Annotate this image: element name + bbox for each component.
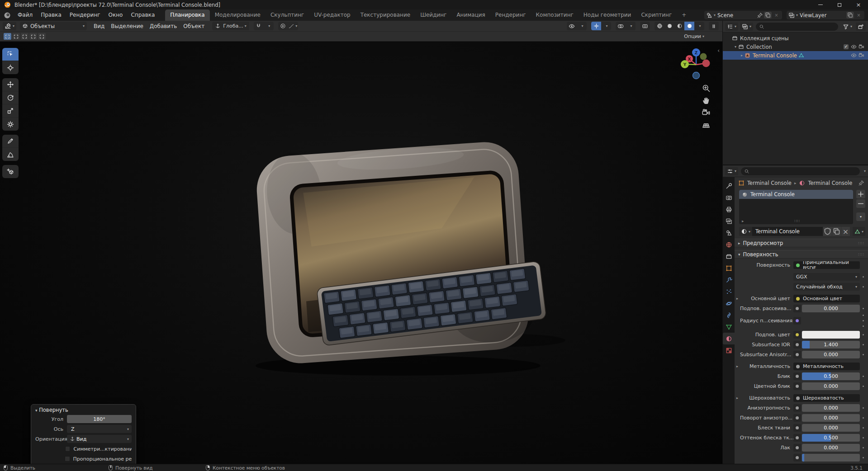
viewport-menu-Добавить[interactable]: Добавить [147,23,180,29]
tool-select-box[interactable] [2,48,19,61]
unlink-icon[interactable]: × [773,12,780,19]
xray-toggle[interactable] [640,22,650,30]
viewport-menu-Объект[interactable]: Объект [180,23,208,29]
value-slider[interactable]: 1.400 [802,341,860,349]
socket-button[interactable] [793,351,801,358]
copy-icon[interactable] [764,12,772,19]
workspace-tab-Рендеринг[interactable]: Рендеринг [490,9,531,21]
assign-dropdown[interactable]: ▾ [853,227,865,236]
mode-select[interactable]: Объекты ▾ [20,22,87,30]
socket-button[interactable] [793,424,801,432]
decorator-dot[interactable] [860,276,866,278]
editor-type-button[interactable]: ▾ [3,22,16,30]
decorator-dot[interactable] [860,386,866,387]
slot-grip[interactable]: ∷∷ [795,219,800,223]
workspace-tab-Моделирование[interactable]: Моделирование [210,9,266,21]
enum-dropdown[interactable]: GGX▾ [793,273,860,281]
tool-cursor[interactable] [2,61,19,74]
node-link-field[interactable]: Принципиальный BSDF [793,261,860,269]
properties-tab-physics[interactable] [723,297,735,309]
properties-tab-texture[interactable] [723,344,735,356]
material-name-field[interactable]: Terminal Console [752,227,823,236]
socket-button[interactable] [793,317,801,325]
remove-slot-button[interactable] [856,199,865,208]
material-slot-list[interactable]: Terminal Console ▸∷∷ [739,190,853,224]
outliner-search-input[interactable] [756,23,838,31]
properties-tab-object-data[interactable] [723,321,735,333]
new-collection-button[interactable] [856,23,866,31]
shading-dropdown[interactable]: ▾ [694,22,704,30]
decorator-dot[interactable] [860,334,866,335]
value-slider[interactable]: 0.000 [802,382,860,390]
viewport-menu-Вид[interactable]: Вид [90,23,108,29]
select-mode-set[interactable] [4,33,11,40]
select-mode-intersect[interactable] [38,33,46,40]
viewport-canvas[interactable]: Z X Y ‹ ▾ Повернуть Угол180°ОсьZ▾Ориента… [0,42,722,464]
viewlayer-selector[interactable]: ▾ ViewLayer × [787,11,864,19]
menubar-item-Правка[interactable]: Правка [37,9,66,21]
texture-link-field[interactable]: Шероховатость [793,394,860,402]
tool-measure[interactable] [2,148,19,161]
outliner-row-Collection[interactable]: ▾Collection✓ [723,42,868,51]
proportional-edit-controls[interactable]: ▾ [278,22,298,30]
socket-button[interactable] [793,382,801,390]
decorator-dot[interactable] [860,417,866,419]
shading-wireframe-button[interactable] [655,22,664,30]
unlink-material-button[interactable]: × [841,227,850,236]
socket-button[interactable] [793,444,801,452]
menubar-item-Справка[interactable]: Справка [127,9,159,21]
value-slider[interactable]: 0.500 [802,434,860,442]
value-slider[interactable]: 0.000 [802,414,860,422]
outliner-editor-type-button[interactable]: ▾ [725,23,738,31]
properties-tab-render[interactable] [723,192,735,203]
duplicate-material-button[interactable] [832,227,841,236]
properties-tab-constraints[interactable] [723,309,735,321]
socket-button[interactable] [793,404,801,412]
socket-button[interactable] [793,341,801,349]
orientation-select[interactable]: Глоба... ▾ [212,22,249,30]
decorator-dot[interactable] [860,344,866,345]
workspace-tab-Скриптинг[interactable]: Скриптинг [636,9,677,21]
properties-tab-output[interactable] [723,203,735,215]
select-mode-invert[interactable] [29,33,37,40]
shading-solid-button[interactable] [664,22,674,30]
decorator-dot[interactable] [860,376,866,377]
value-slider[interactable]: 0.500 [802,372,860,380]
menubar-item-Файл[interactable]: Файл [14,9,37,21]
operator-panel-header[interactable]: ▾ Повернуть [31,405,136,415]
tool-options-dropdown[interactable]: Опции ▾ [682,33,706,41]
expander-icon[interactable]: ▸ [735,297,740,301]
overlays-toggle[interactable]: ▾ [616,22,636,30]
pin-icon[interactable] [757,12,763,19]
pan-view-icon[interactable] [702,96,711,105]
copy-icon[interactable] [846,12,854,19]
decorator-dot[interactable] [860,437,866,438]
checkbox-Симметри...ктирование[interactable] [65,446,70,452]
select-mode-subtract[interactable] [21,33,28,40]
tool-transform[interactable] [2,118,19,131]
add-slot-button[interactable] [856,190,865,198]
decorator-dot[interactable] [860,427,866,429]
pin-icon[interactable] [858,180,864,186]
maximize-button[interactable] [830,0,849,9]
tool-annotate[interactable] [2,135,19,148]
material-browse-button[interactable]: ▾ [739,227,752,236]
properties-tab-tool[interactable] [723,180,735,192]
workspace-tab-UV-редактор[interactable]: UV-редактор [309,9,355,21]
toggle-checkbox-icon[interactable]: ✓ [842,44,850,49]
decorator-dot[interactable] [860,286,866,287]
decorator-dot[interactable] [860,447,866,448]
enum-dropdown[interactable]: Случайный обход▾ [793,283,860,291]
properties-search-input[interactable] [741,167,860,175]
value-slider[interactable]: 0.000 [802,351,860,358]
socket-button[interactable] [793,434,801,442]
workspace-tab-Скульптинг[interactable]: Скульптинг [266,9,309,21]
menubar-item-Рендеринг[interactable]: Рендеринг [66,9,104,21]
outliner-filter-button[interactable]: ▾ [841,23,854,31]
socket-button[interactable] [793,331,801,339]
workspace-tab-add[interactable]: + [677,9,691,21]
snap-controls[interactable]: ▾ [254,22,274,30]
scene-selector[interactable]: ▾ Scene × [704,11,782,19]
properties-tab-collection[interactable] [723,250,735,262]
shading-material-button[interactable] [674,22,684,30]
